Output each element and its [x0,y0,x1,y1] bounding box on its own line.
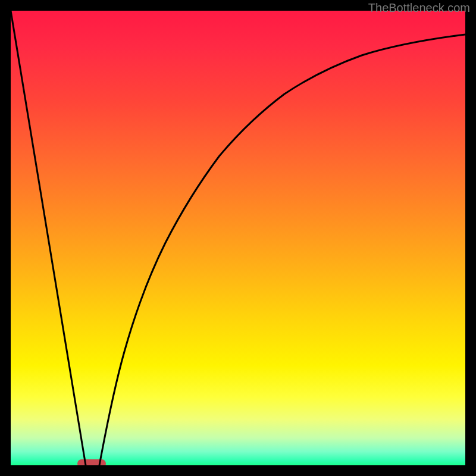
plot-area [11,11,465,465]
left-line [11,11,86,465]
chart-container: TheBottleneck.com [0,0,476,476]
chart-curves [11,11,465,465]
watermark-text: TheBottleneck.com [368,1,470,15]
right-curve [99,35,465,465]
